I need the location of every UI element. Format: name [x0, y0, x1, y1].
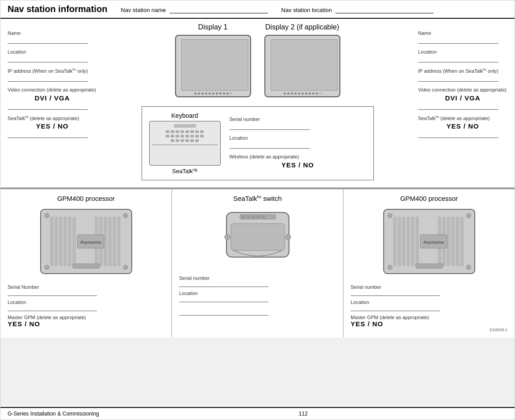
svg-rect-6 [55, 217, 58, 266]
seatalk-location-underline[interactable] [179, 296, 268, 302]
displays-row: Display 1 [175, 23, 340, 97]
seatalk-extra-underline[interactable] [179, 309, 268, 316]
dot [309, 92, 311, 95]
svg-rect-13 [104, 217, 107, 266]
svg-point-32 [466, 213, 471, 218]
display1-title: Display 1 [198, 23, 228, 31]
seatalk-location-label: Location [179, 291, 198, 296]
left-video-underline[interactable] [8, 104, 88, 110]
svg-rect-49 [416, 264, 443, 268]
dot [223, 92, 225, 95]
key [190, 135, 194, 137]
svg-rect-25 [256, 216, 260, 218]
seatalk-serial-label: Serial number [179, 275, 209, 281]
gpm-left-serial-label: Serial Number [8, 284, 39, 290]
left-seatalk-underline[interactable] [8, 132, 88, 138]
right-location-underline[interactable] [418, 56, 498, 62]
gpm-right-master-label: Master GPM (delete as appropriate) [351, 315, 429, 320]
right-video-value: DVI / VGA [418, 94, 507, 102]
gpm-left-serial-underline[interactable] [8, 290, 97, 296]
keyboard-image-area: Keyboard [149, 112, 221, 175]
document-id: D10029-1 [490, 328, 507, 332]
display1-screen [181, 39, 248, 91]
keyboard-keys-row3 [171, 139, 199, 142]
keyboard-seatalk-label: SeaTalkng [172, 167, 197, 175]
svg-point-34 [466, 265, 471, 270]
svg-rect-45 [456, 217, 459, 266]
right-location-label: Location [418, 49, 507, 54]
nav-station-location-underline[interactable] [335, 5, 434, 13]
dot [291, 92, 293, 95]
keyboard-keys-row1 [166, 130, 204, 133]
left-seatalk-value: YES / NO [8, 122, 97, 130]
dot [212, 92, 214, 95]
gpm-right-title: GPM400 processor [400, 195, 458, 202]
keyboard-serial-underline[interactable] [230, 124, 310, 130]
keyboard-separator [152, 145, 218, 145]
display2-item: Display 2 (if applicable) [264, 23, 340, 97]
key [166, 135, 169, 137]
dot [219, 92, 222, 95]
gpm-right-serial-underline[interactable] [351, 290, 440, 296]
main-content: Name Location IP address (When on SeaTal… [0, 19, 515, 407]
keyboard-section: Keyboard [142, 106, 374, 180]
footer-left-text: G-Series Installation & Commissioning [8, 411, 99, 417]
left-video-value: DVI / VGA [8, 94, 97, 102]
gpm-left-location-underline[interactable] [8, 305, 97, 311]
footer-page-number: 112 [299, 411, 308, 417]
dot [209, 92, 211, 95]
keyboard-title: Keyboard [172, 112, 198, 119]
svg-rect-16 [117, 217, 120, 266]
gpm-right-location-underline[interactable] [351, 305, 440, 311]
right-video-underline[interactable] [418, 104, 498, 110]
dot [319, 92, 321, 94]
svg-rect-24 [251, 216, 255, 218]
key [171, 139, 174, 142]
right-name-label: Name [418, 30, 507, 36]
dot [226, 92, 229, 95]
key [176, 130, 179, 133]
gpm-left-panel: GPM400 processor [0, 189, 172, 337]
keyboard-top-bar [174, 124, 196, 128]
svg-rect-46 [461, 217, 463, 266]
left-video-label: Video connection (delete as appropriate) [8, 87, 97, 92]
nav-station-location-field: Nav station location [281, 5, 434, 13]
keyboard-wireless-value: YES / NO [230, 161, 366, 169]
right-ip-underline[interactable] [418, 75, 498, 82]
keyboard-keys-row2 [166, 135, 204, 137]
svg-rect-22 [242, 216, 245, 218]
right-seatalk-value: YES / NO [418, 122, 507, 130]
dot [305, 92, 307, 95]
header: Nav station information Nav station name… [0, 0, 515, 19]
left-location-underline[interactable] [8, 56, 88, 62]
right-name-underline[interactable] [418, 37, 498, 44]
dot [294, 92, 297, 95]
right-seatalk-underline[interactable] [418, 132, 498, 138]
dot [216, 92, 218, 95]
keyboard-drawing [149, 121, 221, 166]
top-section: Name Location IP address (When on SeaTal… [0, 19, 515, 188]
key [185, 139, 189, 142]
key [176, 135, 179, 137]
key [180, 135, 184, 137]
svg-point-33 [388, 265, 392, 270]
svg-point-31 [388, 213, 392, 218]
dot [205, 92, 207, 95]
right-seatalk-label: SeaTalkhs (delete as appropriate) [418, 115, 507, 121]
keyboard-box: Keyboard [142, 106, 374, 180]
seatalk-serial-underline[interactable] [179, 281, 268, 287]
gpm-left-master-label: Master GPM (delete as appropriate) [8, 315, 86, 320]
left-ip-underline[interactable] [8, 75, 88, 82]
footer: G-Series Installation & Commissioning 11… [0, 407, 515, 420]
left-name-label: Name [8, 30, 97, 36]
left-name-underline[interactable] [8, 37, 88, 44]
svg-point-1 [45, 213, 49, 218]
svg-point-2 [123, 213, 128, 218]
dot [230, 92, 232, 94]
nav-station-name-underline[interactable] [170, 5, 268, 13]
svg-rect-8 [64, 217, 67, 266]
dot [201, 92, 204, 95]
keyboard-location-underline[interactable] [230, 142, 310, 149]
gpm-left-title: GPM400 processor [57, 195, 115, 202]
keyboard-serial-label: Serial number [230, 116, 366, 122]
